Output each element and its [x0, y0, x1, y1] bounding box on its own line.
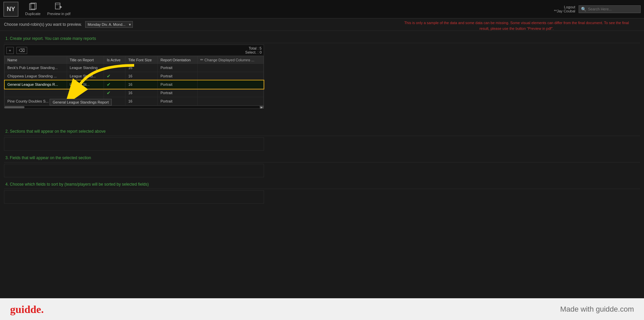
- reports-table-container: + ⌫ Total : 5 Select. : 0 Name Title on …: [4, 45, 264, 109]
- tooltip-label: General League Standings Report: [50, 99, 112, 106]
- section3-panel: [4, 164, 264, 177]
- table-toolbar: + ⌫ Total : 5 Select. : 0: [4, 45, 264, 56]
- app-logo: NY: [3, 2, 18, 17]
- section2-wrapper: 2. Sections that will appear on the repo…: [4, 127, 640, 151]
- col-fontsize: Title Font Size: [125, 56, 158, 64]
- footer-logo: guidde.: [10, 303, 44, 316]
- cell-active: ✔: [104, 80, 125, 89]
- header: NY Duplicate Preview in pdf: [0, 0, 644, 18]
- duplicate-label: Duplicate: [25, 12, 41, 16]
- preview-icon: [54, 2, 63, 10]
- logout-button[interactable]: Logout: [554, 5, 575, 9]
- section4-wrapper: 4. Choose which fields to sort by (teams…: [4, 180, 640, 204]
- cell-empty: [197, 80, 263, 89]
- cell-empty: [197, 64, 263, 72]
- col-active: Is Active: [104, 56, 125, 64]
- total-count: Total : 5: [245, 46, 262, 50]
- section2-panel: [4, 137, 264, 151]
- table-totals: Total : 5 Select. : 0: [245, 46, 262, 54]
- footer-made-with: Made with guidde.com: [560, 305, 634, 314]
- cell-fontsize: 16: [125, 89, 158, 97]
- section2-header: 2. Sections that will appear on the repo…: [4, 127, 640, 136]
- reports-table: Name Title on Report Is Active Title Fon…: [4, 56, 264, 106]
- logout-area: Logout **Jay Coubal: [554, 5, 575, 13]
- main-content: 1. Create your report. You can create ma…: [0, 31, 644, 208]
- cell-active: ✔: [104, 89, 125, 97]
- scroll-right-arrow[interactable]: ▶: [260, 106, 264, 109]
- cell-name: Beck's Pub League Standing...: [5, 64, 67, 72]
- duplicate-icon: [28, 2, 38, 10]
- round-robin-dropdown-wrapper: Monday Div. A. Mond... ▼: [85, 21, 133, 28]
- select-count: Select. : 0: [245, 50, 262, 54]
- change-columns-button[interactable]: ✏ Change Displayed Columns ...: [200, 58, 255, 62]
- cell-active: ✔: [104, 72, 125, 80]
- delete-report-button[interactable]: ⌫: [16, 47, 27, 54]
- user-name: **Jay Coubal: [554, 9, 575, 13]
- table-row[interactable]: Beck's Pub League Standing... League Sta…: [5, 64, 264, 72]
- col-change: ✏ Change Displayed Columns ...: [197, 56, 263, 64]
- cell-orientation: Portrait: [158, 97, 197, 106]
- cell-orientation: Portrait: [158, 89, 197, 97]
- duplicate-button[interactable]: Duplicate: [25, 2, 41, 16]
- cell-active: ✔: [104, 64, 125, 72]
- table-row[interactable]: Chippewa League Standing ... League Stan…: [5, 72, 264, 80]
- warning-message: This is only a sample of the data and so…: [399, 20, 634, 31]
- col-orientation: Report Orientation: [158, 56, 197, 64]
- header-right: Logout **Jay Coubal 🔍: [554, 5, 641, 13]
- cell-empty: [197, 97, 263, 106]
- table-body: Beck's Pub League Standing... League Sta…: [5, 64, 264, 106]
- section4-panel: [4, 190, 264, 204]
- section1-header: 1. Create your report. You can create ma…: [4, 34, 640, 43]
- section3-wrapper: 3. Fields that will appear on the select…: [4, 153, 640, 177]
- round-robin-dropdown[interactable]: Monday Div. A. Mond...: [85, 21, 133, 28]
- scrollbar-thumb[interactable]: [4, 106, 24, 108]
- table-row[interactable]: General League Standings R... League St.…: [5, 80, 264, 89]
- section4-header: 4. Choose which fields to sort by (teams…: [4, 180, 640, 189]
- col-name: Name: [5, 56, 67, 64]
- section3-header: 3. Fields that will appear on the select…: [4, 153, 640, 163]
- cell-empty: [197, 89, 263, 97]
- table-row[interactable]: ✔ 16 Portrait: [5, 89, 264, 97]
- footer: guidde. Made with guidde.com: [0, 298, 644, 320]
- search-box: 🔍: [579, 5, 641, 13]
- cell-title: League Stand...: [67, 72, 104, 80]
- svg-rect-2: [55, 3, 60, 9]
- cell-title: League Standing: [67, 64, 104, 72]
- preview-pdf-label: Preview in pdf: [47, 12, 70, 16]
- horizontal-scrollbar[interactable]: ▶: [4, 106, 264, 108]
- search-icon: 🔍: [581, 7, 586, 12]
- search-input[interactable]: [588, 7, 638, 11]
- cell-fontsize: 16: [125, 80, 158, 89]
- table-header-row: Name Title on Report Is Active Title Fon…: [5, 56, 264, 64]
- change-columns-label: Change Displayed Columns ...: [205, 58, 255, 62]
- add-report-button[interactable]: +: [6, 47, 14, 54]
- col-title: Title on Report: [67, 56, 104, 64]
- check-icon: ✔: [107, 90, 111, 95]
- cell-fontsize: 16: [125, 97, 158, 106]
- cell-fontsize: 16: [125, 64, 158, 72]
- cell-name: Chippewa League Standing ...: [5, 72, 67, 80]
- cell-name: General League Standings R...: [5, 80, 67, 89]
- cell-empty: [197, 72, 263, 80]
- header-left: NY Duplicate Preview in pdf: [3, 2, 70, 17]
- cell-name: [5, 89, 67, 97]
- table-toolbar-left: + ⌫: [6, 47, 27, 54]
- cell-orientation: Portrait: [158, 64, 197, 72]
- cell-orientation: Portrait: [158, 80, 197, 89]
- table-row[interactable]: Pine County Doubles S... ✔ 16 Portrait: [5, 97, 264, 106]
- check-icon: ✔: [107, 65, 111, 70]
- check-icon: ✔: [107, 82, 111, 87]
- check-icon: ✔: [107, 73, 111, 79]
- cell-title: League St...: [67, 80, 104, 89]
- cell-orientation: Portrait: [158, 72, 197, 80]
- cell-title: [67, 89, 104, 97]
- columns-icon: ✏: [200, 58, 203, 62]
- preview-pdf-button[interactable]: Preview in pdf: [47, 2, 70, 16]
- round-robin-label: Choose round-robin(s) you want to previe…: [4, 22, 82, 27]
- cell-fontsize: 16: [125, 72, 158, 80]
